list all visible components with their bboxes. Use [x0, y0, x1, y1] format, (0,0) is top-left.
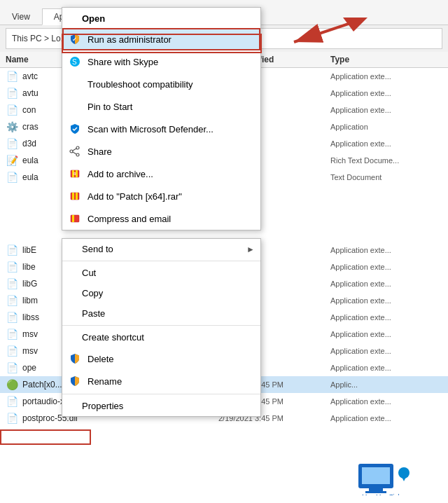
menu-label-compress-email: Compress and email [88, 214, 249, 224]
defender-icon [68, 122, 82, 136]
menu-item-create-shortcut[interactable]: Create shortcut [62, 327, 260, 347]
menu-item-compress-email[interactable]: Compress and email [62, 207, 260, 230]
archive2-icon [68, 189, 82, 203]
menu-label-share: Share [88, 146, 249, 157]
file-icon: 📄 [6, 328, 18, 340]
menu-item-cut[interactable]: Cut [62, 263, 260, 283]
menu-label-run-admin: Run as administrator [88, 34, 249, 45]
menu-separator [62, 394, 260, 394]
file-icon: 📄 [6, 171, 18, 184]
file-icon: 📄 [6, 70, 18, 83]
file-type: Application exte... [330, 72, 442, 81]
svg-rect-13 [72, 193, 74, 200]
menu-label-troubleshoot: Troubleshoot compatibility [88, 79, 249, 90]
file-icon: 📄 [6, 345, 18, 357]
menu-item-add-to-rar[interactable]: Add to "Patch [x64].rar" [62, 185, 260, 207]
share-icon [68, 144, 82, 158]
svg-point-3 [76, 146, 79, 149]
submenu-arrow: ► [246, 244, 255, 254]
file-type: Application exte... [330, 89, 442, 97]
file-icon: 📄 [6, 87, 18, 99]
menu-item-properties[interactable]: Properties [62, 396, 260, 416]
menu-label-paste: Paste [82, 308, 255, 319]
file-icon: 📄 [6, 361, 18, 374]
svg-rect-15 [71, 215, 79, 222]
file-icon: 📄 [6, 395, 18, 408]
menu-label-send-to: Send to [82, 244, 246, 254]
menu-item-troubleshoot[interactable]: Troubleshoot compatibility [62, 73, 260, 95]
menu-label-delete: Delete [88, 354, 249, 364]
file-type: Application exte... [330, 347, 442, 355]
menu-label-archive: Add to archive... [88, 169, 249, 179]
menu-label-add-rar: Add to "Patch [x64].rar" [88, 191, 249, 202]
menu-separator [62, 261, 260, 261]
svg-text:✓: ✓ [72, 36, 77, 43]
skype-icon: S [68, 55, 82, 69]
menu-item-paste[interactable]: Paste [62, 303, 260, 324]
file-icon: 📄 [6, 244, 18, 256]
svg-text:S: S [72, 58, 77, 66]
svg-line-7 [73, 152, 76, 154]
menu-label-copy: Copy [82, 288, 255, 298]
file-type: Application exte... [330, 330, 442, 338]
menu-label-open: Open [82, 13, 249, 24]
svg-point-5 [76, 153, 79, 156]
file-type: Application exte... [330, 246, 442, 254]
menu-item-run-admin[interactable]: ✓ Run as administrator [62, 28, 260, 50]
menu-item-skype[interactable]: S Share with Skype [62, 50, 260, 73]
menu-item-archive[interactable]: R Add to archive... [62, 163, 260, 185]
file-type: Application exte... [330, 364, 442, 372]
file-type: Application exte... [330, 296, 442, 305]
file-type: Application exte... [330, 313, 442, 322]
context-menu-2: Send to ► Cut Copy Paste Create shortcut… [62, 238, 261, 417]
menu-item-rename[interactable]: Rename [62, 370, 260, 392]
file-icon: 📄 [6, 261, 18, 273]
menu-label-pin: Pin to Start [88, 102, 249, 112]
menu-item-send-to[interactable]: Send to ► [62, 239, 260, 259]
context-menu-1: Open ✓ Run as administrator S Share with… [62, 7, 261, 230]
troubleshoot-icon [68, 77, 82, 91]
file-type: Application [330, 123, 442, 131]
file-icon: 📄 [6, 104, 18, 116]
menu-item-delete[interactable]: Delete [62, 347, 260, 370]
compress-email-icon [68, 212, 82, 226]
menu-item-copy[interactable]: Copy [62, 283, 260, 303]
file-icon: 📄 [6, 137, 18, 150]
file-type: Application exte... [330, 106, 442, 114]
archive-icon: R [68, 167, 82, 181]
header-type: Type [330, 55, 442, 64]
file-icon: 📄 [6, 311, 18, 324]
file-icon: 🟢 [6, 378, 18, 391]
svg-text:R: R [74, 172, 76, 176]
rename-shield-icon [68, 374, 82, 388]
menu-item-share[interactable]: Share [62, 140, 260, 163]
menu-label-cut: Cut [82, 268, 255, 278]
menu-item-defender[interactable]: Scan with Microsoft Defender... [62, 118, 260, 140]
svg-rect-12 [71, 193, 79, 200]
file-type: Application exte... [330, 139, 442, 148]
svg-point-4 [70, 150, 73, 153]
shield-icon: ✓ [68, 32, 82, 46]
file-icon: ⚙️ [6, 120, 18, 133]
file-icon: 📝 [6, 154, 18, 167]
file-type: Rich Text Docume... [330, 156, 442, 165]
menu-label-skype: Share with Skype [88, 57, 249, 67]
menu-label-defender: Scan with Microsoft Defender... [88, 124, 249, 135]
svg-rect-16 [72, 215, 74, 222]
menu-item-pin[interactable]: Pin to Start [62, 95, 260, 118]
svg-line-6 [73, 149, 76, 151]
menu-label-create-shortcut: Create shortcut [82, 332, 255, 343]
file-type: Application exte... [330, 280, 442, 288]
file-type: Applic... [330, 380, 442, 389]
menu-separator [62, 325, 260, 326]
menu-item-open[interactable]: Open [62, 8, 260, 28]
pin-icon [68, 99, 82, 113]
menu-label-rename: Rename [88, 376, 249, 387]
file-type: Application exte... [330, 397, 442, 406]
file-icon: 📄 [6, 277, 18, 290]
menu-label-properties: Properties [82, 401, 255, 411]
file-type: Application exte... [330, 263, 442, 271]
delete-shield-icon [68, 352, 82, 366]
tab-view[interactable]: View [0, 8, 42, 25]
file-type: Text Document [330, 173, 442, 181]
